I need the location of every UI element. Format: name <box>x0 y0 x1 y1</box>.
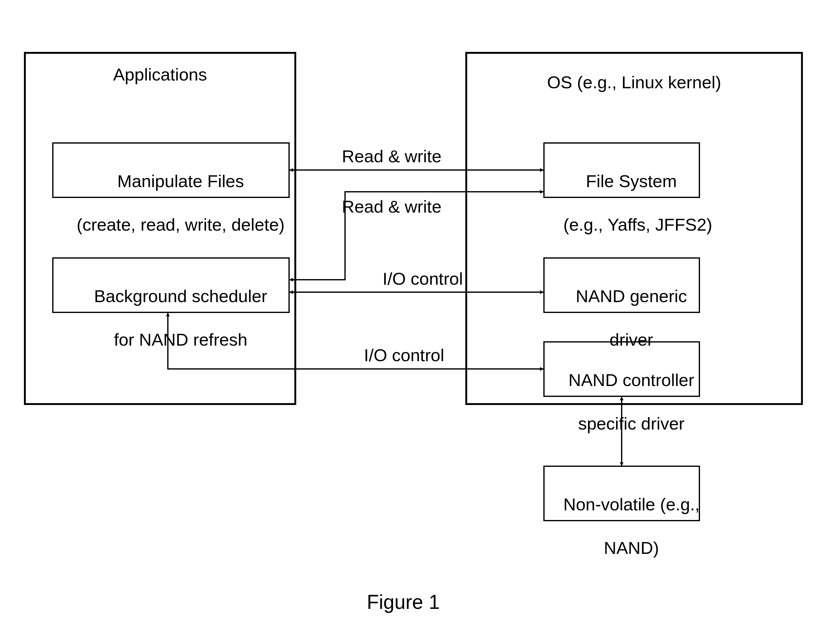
box-nand-specific-driver-label: NAND controller specific driver <box>544 348 700 456</box>
edge-label-read-write-1: Read & write <box>336 145 448 167</box>
group-os-title: OS (e.g., Linux kernel) <box>466 71 802 93</box>
text-line: (create, read, write, delete) <box>77 215 285 235</box>
diagram-canvas: Applications OS (e.g., Linux kernel) Man… <box>0 0 829 644</box>
text-line: File System <box>586 171 677 191</box>
text-line: driver <box>610 330 653 350</box>
text-line: (e.g., Yaffs, JFFS2) <box>563 215 712 235</box>
text-line: for NAND refresh <box>114 330 247 350</box>
edge-label-io-control-1: I/O control <box>373 268 473 290</box>
figure-caption: Figure 1 <box>367 590 440 614</box>
group-applications-title: Applications <box>25 64 295 85</box>
box-manipulate-files-label: Manipulate Files (create, read, write, d… <box>53 148 289 257</box>
text-line: NAND) <box>604 538 659 557</box>
text-line: specific driver <box>578 414 684 433</box>
text-line: Background scheduler <box>94 286 267 306</box>
box-file-system-label: File System (e.g., Yaffs, JFFS2) <box>544 148 700 257</box>
text-line: Non-volatile (e.g., <box>563 494 700 514</box>
box-non-volatile-nand-label: Non-volatile (e.g., NAND) <box>544 472 700 581</box>
text-line: Manipulate Files <box>117 171 244 191</box>
text-line: NAND controller <box>569 370 694 390</box>
edge-label-io-control-2: I/O control <box>355 344 454 366</box>
box-background-scheduler-label: Background scheduler for NAND refresh <box>53 264 289 372</box>
edge-label-read-write-2: Read & write <box>336 196 448 217</box>
text-line: NAND generic <box>576 286 687 306</box>
